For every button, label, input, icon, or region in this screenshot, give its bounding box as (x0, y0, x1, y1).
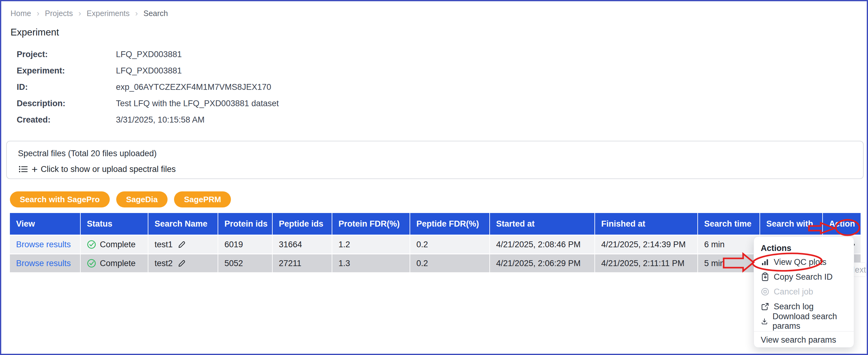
col-view: View (10, 213, 81, 235)
menu-item-view-qc-plots[interactable]: View QC plots (754, 255, 854, 270)
menu-item-label: View QC plots (774, 257, 827, 267)
col-action: Action (823, 213, 861, 235)
col-protein-ids: Protein ids (218, 213, 272, 235)
copy-icon (761, 272, 769, 282)
col-search-time: Search time (698, 213, 760, 235)
col-started-at: Started at (490, 213, 595, 235)
col-search-with: Search with (760, 213, 823, 235)
table-header-row: View Status Search Name Protein ids Pept… (10, 213, 861, 235)
spectral-toggle-label: Click to show or upload spectral files (41, 165, 176, 174)
menu-item-download-search-params[interactable]: Download search params (754, 314, 854, 329)
col-peptide-ids: Peptide ids (272, 213, 332, 235)
page-title: Experiment (10, 27, 867, 38)
actions-menu-header: Actions (754, 242, 854, 255)
search-time-value: 5 min (698, 254, 760, 273)
menu-item-label: Cancel job (774, 287, 813, 297)
menu-item-copy-search-id[interactable]: Copy Search ID (754, 270, 854, 284)
menu-item-view-search-params[interactable]: View search params (754, 331, 854, 348)
started-at-value: 4/21/2025, 2:08:46 PM (490, 235, 595, 254)
protein-fdr-value: 1.2 (332, 235, 410, 254)
protein-fdr-value: 1.3 (332, 254, 410, 273)
detail-value: Test LFQ with the LFQ_PXD003881 dataset (116, 99, 279, 108)
detail-label: ID: (17, 82, 116, 92)
breadcrumb-separator-icon: › (37, 9, 39, 18)
menu-item-label: View search params (761, 335, 836, 345)
detail-value: LFQ_PXD003881 (116, 66, 279, 76)
cancel-icon (761, 287, 769, 296)
table-row-test2: Browse results Complete test2 (10, 254, 861, 273)
browse-results-link[interactable]: Browse results (16, 259, 71, 268)
detail-value: 3/31/2025, 10:15:58 AM (116, 115, 279, 125)
detail-label: Description: (17, 99, 116, 108)
table-row-test1: Browse results Complete test1 (10, 235, 861, 254)
started-at-value: 4/21/2025, 2:06:29 PM (490, 254, 595, 273)
peptide-fdr-value: 0.2 (410, 235, 490, 254)
detail-label: Experiment: (17, 66, 116, 76)
download-icon (761, 317, 768, 326)
detail-value: exp_06AYTCZEZXF4M1M7VMS8JEX170 (116, 82, 279, 92)
peptide-ids-value: 27211 (272, 254, 332, 273)
bar-chart-icon (761, 258, 769, 267)
col-status: Status (81, 213, 148, 235)
breadcrumb: Home › Projects › Experiments › Search (10, 9, 867, 18)
col-search-name: Search Name (148, 213, 218, 235)
search-results-table: View Status Search Name Protein ids Pept… (10, 213, 861, 272)
experiment-details: Project: LFQ_PXD003881 Experiment: LFQ_P… (17, 50, 867, 125)
check-circle-icon (87, 240, 96, 249)
sagedia-button[interactable]: SageDia (116, 191, 168, 207)
detail-value: LFQ_PXD003881 (116, 50, 279, 59)
search-with-sagepro-button[interactable]: Search with SagePro (10, 191, 110, 207)
search-time-value: 6 min (698, 235, 760, 254)
search-name-text: test2 (155, 259, 173, 268)
search-name-text: test1 (155, 240, 173, 249)
menu-item-label: Copy Search ID (774, 272, 833, 282)
list-icon (18, 164, 28, 174)
spectral-files-toggle[interactable]: + Click to show or upload spectral files (18, 164, 176, 174)
status-text: Complete (100, 259, 136, 268)
edit-name-button[interactable] (177, 259, 186, 268)
menu-item-label: Search log (774, 302, 814, 312)
actions-menu: Actions View QC plots Copy Search ID (754, 237, 854, 348)
breadcrumb-experiments[interactable]: Experiments (87, 9, 129, 18)
breadcrumb-separator-icon: › (79, 9, 81, 18)
pencil-icon (177, 259, 186, 268)
breadcrumb-projects[interactable]: Projects (45, 9, 73, 18)
breadcrumb-separator-icon: › (135, 9, 138, 18)
protein-ids-value: 5052 (218, 254, 272, 273)
breadcrumb-search[interactable]: Search (144, 9, 168, 18)
finished-at-value: 4/21/2025, 2:11:11 PM (595, 254, 698, 273)
spectral-files-panel: Spectral files (Total 20 files uploaded)… (6, 141, 864, 179)
plus-icon: + (32, 165, 38, 174)
detail-label: Created: (17, 115, 116, 125)
menu-item-label: Download search params (773, 312, 854, 331)
finished-at-value: 4/21/2025, 2:14:39 PM (595, 235, 698, 254)
experiment-page: Home › Projects › Experiments › Search E… (0, 0, 868, 355)
browse-results-link[interactable]: Browse results (16, 240, 71, 249)
col-protein-fdr: Protein FDR(%) (332, 213, 410, 235)
protein-ids-value: 6019 (218, 235, 272, 254)
status-text: Complete (100, 240, 136, 249)
peptide-ids-value: 31664 (272, 235, 332, 254)
spectral-files-title: Spectral files (Total 20 files uploaded) (18, 149, 863, 158)
col-peptide-fdr: Peptide FDR(%) (410, 213, 490, 235)
sageprm-button[interactable]: SagePRM (174, 191, 231, 207)
search-actions-bar: Search with SagePro SageDia SagePRM (10, 191, 867, 207)
detail-label: Project: (17, 50, 116, 59)
pencil-icon (177, 240, 186, 249)
col-finished-at: Finished at (595, 213, 698, 235)
check-circle-icon (87, 259, 96, 268)
menu-item-cancel-job[interactable]: Cancel job (754, 284, 854, 299)
peptide-fdr-value: 0.2 (410, 254, 490, 273)
breadcrumb-home[interactable]: Home (10, 9, 31, 18)
external-link-icon (761, 302, 769, 311)
edit-name-button[interactable] (177, 240, 186, 249)
